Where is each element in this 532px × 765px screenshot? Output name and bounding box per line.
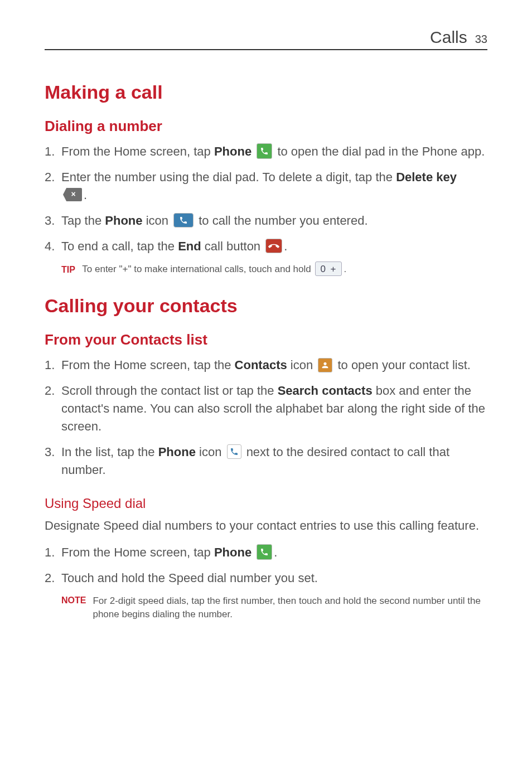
note-block: NOTE For 2-digit speed dials, tap the fi… [61, 594, 487, 621]
phone-label: Phone [214, 144, 252, 158]
step-2: 2. Scroll through the contact list or ta… [45, 382, 487, 435]
step-number: 1. [45, 544, 55, 561]
text: Touch and hold the Speed dial number you… [61, 571, 318, 585]
zero-plus-key-icon: 0 + [315, 262, 342, 276]
speed-dial-steps: 1. From the Home screen, tap Phone . 2. … [45, 544, 487, 587]
text: icon [287, 358, 317, 372]
note-text: For 2-digit speed dials, tap the first n… [93, 594, 482, 621]
subsection-dialing-a-number: Dialing a number [45, 118, 487, 135]
text: Tap the [61, 214, 105, 227]
subsection-using-speed-dial: Using Speed dial [45, 496, 487, 511]
step-1: 1. From the Home screen, tap the Contact… [45, 356, 487, 374]
step-4: 4. To end a call, tap the End call butto… [45, 238, 487, 255]
speed-dial-intro: Designate Speed dial numbers to your con… [45, 517, 487, 535]
subsection-from-contacts-list: From your Contacts list [45, 331, 487, 348]
phone-label: Phone [158, 445, 196, 459]
step-3: 3. Tap the Phone icon to call the number… [45, 212, 487, 230]
step-number: 2. [45, 569, 55, 587]
text: From the Home screen, tap [61, 144, 214, 158]
text: to call the number you entered. [199, 214, 367, 227]
text: In the list, tap the [61, 445, 158, 459]
step-number: 1. [45, 143, 55, 161]
step-number: 4. [45, 238, 55, 255]
text: From the Home screen, tap [61, 545, 214, 559]
text: to open your contact list. [337, 358, 470, 372]
page-content: Calls 33 Making a call Dialing a number … [0, 0, 532, 665]
contacts-steps: 1. From the Home screen, tap the Contact… [45, 356, 487, 478]
phone-app-icon [257, 544, 272, 560]
step-3: 3. In the list, tap the Phone icon next … [45, 443, 487, 479]
text: Scroll through the contact list or tap t… [61, 384, 278, 398]
delete-key-label: Delete key [396, 170, 457, 184]
text: . [84, 188, 87, 202]
text: to open the dial pad in the Phone app. [277, 144, 485, 158]
step-number: 1. [45, 356, 55, 374]
tip-text: To enter "+" to make international calls… [82, 264, 313, 275]
text: From the Home screen, tap the [61, 358, 235, 372]
delete-key-icon [63, 188, 82, 201]
phone-label: Phone [214, 545, 252, 559]
phone-call-icon [173, 213, 194, 227]
end-call-icon [265, 239, 282, 253]
header-title: Calls [430, 28, 467, 47]
page-number: 33 [475, 33, 487, 46]
section-calling-your-contacts: Calling your contacts [45, 295, 487, 317]
step-1: 1. From the Home screen, tap Phone . [45, 544, 487, 561]
tip-block: TIP To enter "+" to make international c… [61, 263, 487, 277]
step-1: 1. From the Home screen, tap Phone to op… [45, 143, 487, 161]
text: icon [196, 445, 225, 459]
note-label: NOTE [61, 594, 86, 621]
text: To end a call, tap the [61, 239, 178, 253]
text: . [344, 264, 346, 275]
text: icon [143, 214, 172, 227]
phone-app-icon [257, 143, 272, 159]
page-header: Calls 33 [45, 28, 487, 50]
text: . [274, 545, 277, 559]
step-2: 2. Enter the number using the dial pad. … [45, 168, 487, 204]
contacts-app-icon [318, 358, 332, 372]
phone-label: Phone [105, 214, 142, 227]
text: call button [201, 239, 264, 253]
step-number: 3. [45, 212, 55, 230]
text: . [284, 239, 287, 253]
phone-outline-icon [227, 444, 241, 459]
step-number: 2. [45, 382, 55, 400]
text: Enter the number using the dial pad. To … [61, 170, 396, 184]
step-number: 2. [45, 168, 55, 186]
step-2: 2. Touch and hold the Speed dial number … [45, 569, 487, 587]
tip-label: TIP [61, 265, 75, 274]
dialing-steps: 1. From the Home screen, tap Phone to op… [45, 143, 487, 255]
step-number: 3. [45, 443, 55, 461]
section-making-a-call: Making a call [45, 81, 487, 103]
search-contacts-label: Search contacts [278, 384, 373, 398]
end-label: End [178, 239, 201, 253]
contacts-label: Contacts [235, 358, 287, 372]
